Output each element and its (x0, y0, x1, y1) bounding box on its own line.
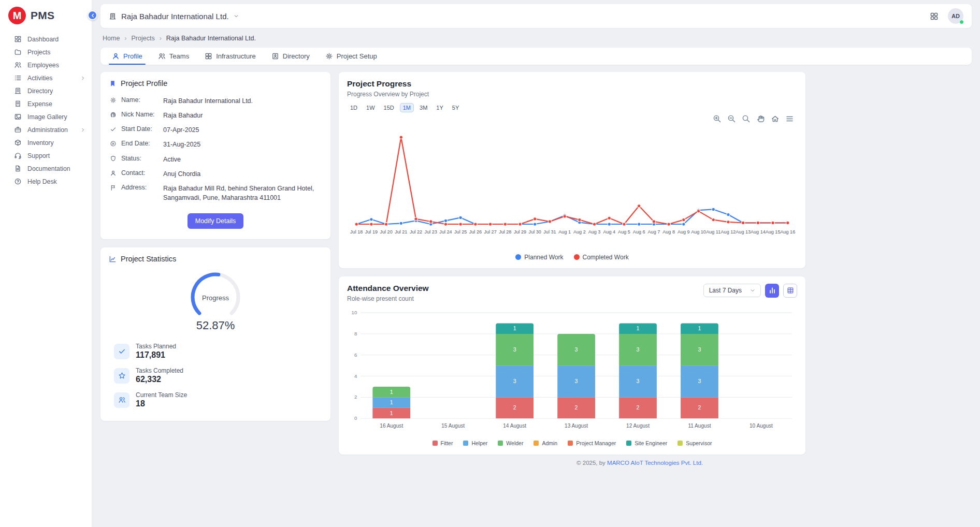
sidebar-item-label: Activities (27, 75, 53, 82)
range-1w[interactable]: 1W (363, 103, 378, 112)
apps-grid-button[interactable] (930, 12, 939, 21)
sidebar-item-label: Dashboard (27, 36, 59, 43)
app-name: PMS (31, 9, 54, 22)
sidebar-item-activities[interactable]: Activities (0, 71, 92, 84)
brand[interactable]: M PMS (0, 0, 92, 33)
gauge-value: 52.87% (109, 319, 322, 332)
svg-text:2: 2 (698, 404, 701, 411)
chevron-down-icon (750, 288, 755, 293)
svg-text:Jul 23: Jul 23 (425, 229, 437, 235)
chevron-right-icon (80, 76, 85, 81)
tab-project-setup[interactable]: Project Setup (318, 48, 384, 65)
legend-item[interactable]: Site Engineer (626, 440, 667, 446)
range-1d[interactable]: 1D (347, 103, 361, 112)
svg-text:0: 0 (354, 415, 357, 421)
flag-icon (110, 184, 117, 191)
fingerprint-icon (110, 111, 117, 118)
card-title: Project Statistics (121, 255, 176, 263)
svg-text:3: 3 (698, 346, 701, 353)
dashboard-icon (14, 35, 22, 43)
bar-chart-view-button[interactable] (765, 284, 779, 298)
project-progress-chart[interactable]: Jul 18Jul 19Jul 20Jul 21Jul 22Jul 23Jul … (347, 124, 797, 252)
company-link[interactable]: MARCO AIoT Technologies Pvt. Ltd. (607, 460, 703, 466)
company-selector[interactable]: Raja Bahadur International Ltd. (109, 12, 239, 21)
breadcrumb-home[interactable]: Home (103, 35, 120, 42)
range-5y[interactable]: 5Y (449, 103, 462, 112)
svg-text:Aug 7: Aug 7 (648, 229, 660, 235)
svg-text:Jul 26: Jul 26 (469, 229, 482, 235)
zoom-in-icon[interactable] (713, 114, 722, 124)
sidebar-item-label: Projects (27, 49, 50, 56)
svg-text:Aug 6: Aug 6 (633, 229, 645, 235)
field-value: Active (163, 155, 181, 164)
legend-item[interactable]: Fitter (433, 440, 453, 446)
legend-item[interactable]: Planned Work (515, 254, 563, 261)
svg-text:Jul 18: Jul 18 (350, 229, 363, 235)
sidebar-item-label: Expense (27, 100, 52, 108)
svg-text:Jul 20: Jul 20 (380, 229, 393, 235)
profile-field-address: Address: Raja Bahadur Mill Rd, behind Sh… (109, 181, 322, 205)
sidebar-item-documentation[interactable]: Documentation (0, 162, 92, 175)
tab-label: Teams (169, 52, 189, 60)
home-icon[interactable] (771, 114, 780, 124)
pan-icon[interactable] (756, 114, 765, 124)
menu-icon[interactable] (785, 114, 794, 124)
sidebar-item-directory[interactable]: Directory (0, 84, 92, 97)
sidebar-item-projects[interactable]: Projects (0, 46, 92, 58)
zoom-out-icon[interactable] (727, 114, 736, 124)
svg-text:2: 2 (513, 404, 516, 411)
footer: © 2025, by MARCO AIoT Technologies Pvt. … (100, 455, 805, 473)
sidebar-item-expense[interactable]: Expense (0, 97, 92, 110)
sidebar-item-help-desk[interactable]: Help Desk (0, 175, 92, 188)
sidebar-item-label: Support (27, 152, 50, 159)
breadcrumb-projects[interactable]: Projects (132, 35, 155, 42)
range-15d[interactable]: 15D (381, 103, 397, 112)
legend-item[interactable]: Project Manager (568, 440, 616, 446)
attendance-chart[interactable]: 024681011116 August15 August233114 Augus… (347, 306, 797, 438)
gauge-chart: Progress (177, 269, 254, 319)
tab-teams[interactable]: Teams (151, 48, 196, 65)
card-title: Project Progress (347, 79, 797, 89)
sidebar-collapse-button[interactable] (88, 10, 97, 20)
folder-icon (14, 48, 22, 56)
avatar-initials: AD (952, 13, 960, 19)
legend-item[interactable]: Completed Work (574, 254, 629, 261)
svg-text:Aug 14: Aug 14 (751, 229, 766, 235)
field-value: Raja Bahadur (163, 111, 203, 120)
range-3m[interactable]: 3M (416, 103, 430, 112)
check-icon (110, 126, 117, 133)
stat-label: Tasks Planned (136, 343, 176, 350)
field-label: Status: (121, 155, 158, 162)
contact-book-icon (271, 52, 279, 60)
legend-item[interactable]: Helper (463, 440, 487, 446)
range-1y[interactable]: 1Y (433, 103, 446, 112)
legend-item[interactable]: Admin (534, 440, 557, 446)
project-statistics-card: Project Statistics Progress 52.87% (100, 247, 330, 421)
svg-text:Jul 25: Jul 25 (454, 229, 467, 235)
profile-field-contact: Contact: Anuj Chordia (109, 167, 322, 181)
tab-infrastructure[interactable]: Infrastructure (197, 48, 263, 65)
sidebar-item-inventory[interactable]: Inventory (0, 136, 92, 149)
avatar[interactable]: AD (948, 8, 963, 24)
stat-team-size: Current Team Size 18 (114, 391, 322, 408)
sidebar-item-support[interactable]: Support (0, 149, 92, 162)
sidebar-item-employees[interactable]: Employees (0, 58, 92, 71)
modify-details-button[interactable]: Modify Details (188, 213, 244, 229)
sidebar-item-image-gallery[interactable]: Image Gallery (0, 110, 92, 123)
legend-item[interactable]: Welder (498, 440, 523, 446)
check-icon (114, 344, 129, 359)
table-view-button[interactable] (783, 284, 797, 298)
range-1m[interactable]: 1M (400, 103, 414, 112)
legend-item[interactable]: Supervisor (678, 440, 712, 446)
selection-zoom-icon[interactable] (742, 114, 751, 124)
date-range-select[interactable]: Last 7 Days (703, 284, 761, 297)
stat-label: Current Team Size (136, 391, 187, 399)
tab-profile[interactable]: Profile (105, 48, 150, 65)
breadcrumb-current: Raja Bahadur International Ltd. (166, 35, 256, 42)
chevron-right-icon (80, 127, 85, 133)
svg-text:3: 3 (513, 346, 516, 353)
users-icon (158, 52, 166, 60)
sidebar-item-administration[interactable]: Administration (0, 123, 92, 136)
sidebar-item-dashboard[interactable]: Dashboard (0, 33, 92, 46)
tab-directory[interactable]: Directory (264, 48, 317, 65)
